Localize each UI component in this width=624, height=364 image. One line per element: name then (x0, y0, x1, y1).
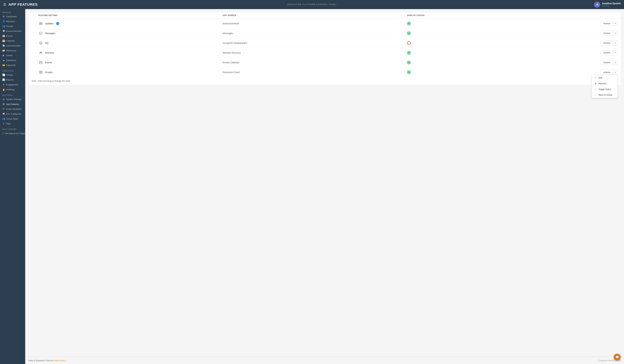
actions-btn-group: Actions▾ (600, 60, 618, 65)
dropdown-item-mark-as-home[interactable]: ⌂Mark As Home (592, 92, 617, 98)
col-actions (592, 14, 618, 17)
footer-help-link[interactable]: Help Center! (54, 359, 66, 362)
sidebar-icon: 📢 (2, 30, 5, 32)
sidebar-item-calendar[interactable]: 📆Calendar (0, 38, 25, 43)
actions-button[interactable]: Actions (601, 21, 613, 26)
svg-rect-8 (40, 62, 42, 64)
sidebar-item-tags[interactable]: #Tags (0, 121, 25, 126)
drag-handle[interactable]: ⋮⋮ (32, 22, 38, 25)
status-cell (407, 61, 592, 64)
sidebar: MANAGE⊞Dashboard👤Members👥Groups📢Announce… (0, 9, 25, 364)
svg-rect-12 (40, 71, 40, 72)
sidebar-icon: 📊 (2, 78, 5, 81)
actions-dropdown-arrow[interactable]: ▾ (613, 21, 617, 26)
status-cell (407, 70, 592, 74)
sidebar-item-label: Communication (6, 45, 21, 47)
actions-button[interactable]: Actions (601, 70, 613, 75)
app-screen-cell: Member Directory (223, 51, 407, 54)
feature-table: FEATURE SETTING APP SCREEN DISPLAY STATU… (28, 12, 621, 85)
actions-dropdown-arrow[interactable]: ▾ (613, 41, 617, 45)
sidebar-section-label: HELP CENTER (0, 126, 25, 131)
actions-dropdown-arrow[interactable]: ▾ (613, 60, 617, 65)
drag-handle[interactable]: ⋮⋮ (32, 41, 38, 45)
sidebar-section-label: ANALYTICS (0, 68, 25, 72)
status-icon (407, 70, 411, 74)
sidebar-item-group-types[interactable]: 👥Group Types (0, 116, 25, 121)
svg-rect-4 (40, 32, 42, 34)
actions-button[interactable]: Actions (601, 31, 613, 36)
sidebar-item-label: Dashboard (6, 15, 17, 18)
sidebar-item-label: Events (6, 35, 13, 37)
chat-bubble[interactable]: 💬 (614, 354, 621, 361)
sidebar-item-salesforce[interactable]: ☁Salesforce (0, 58, 25, 63)
sidebar-icon: 📅 (2, 35, 5, 37)
dropdown-item-edit[interactable]: ✏Edit (592, 75, 617, 81)
sidebar-item-app-features[interactable]: ⚙App Features (0, 102, 25, 107)
dropdown-item-label: Edit (598, 77, 602, 79)
feature-icon (38, 21, 43, 26)
actions-button[interactable]: Actions (601, 60, 613, 65)
sidebar-item-label: Heatmap (6, 88, 15, 91)
actions-button[interactable]: Actions (601, 50, 613, 55)
table-row: ⋮⋮Updates⌂AnnouncementsActions▾ (28, 19, 621, 28)
hamburger-icon[interactable]: ☰ (3, 3, 6, 6)
feature-name-cell: Events (38, 60, 223, 65)
drag-handle[interactable]: ⋮⋮ (32, 51, 38, 54)
sidebar-item-events[interactable]: 📅Events (0, 33, 25, 38)
sidebar-item-dashboard[interactable]: ⊞Dashboard (0, 14, 25, 19)
sidebar-item-label: Ann. Categories (6, 113, 21, 115)
sidebar-item-system-settings[interactable]: ⚙System Settings (0, 97, 25, 102)
sidebar-item-label: App Features (6, 103, 19, 105)
user-info: Jonathan Epstein Log Out (602, 2, 621, 7)
sidebar-icon: 📆 (2, 40, 5, 42)
feature-name-cell: Groups (38, 70, 223, 75)
app-screen-cell: Events Calendar (223, 61, 407, 64)
actions-dropdown-arrow[interactable]: ▾ (613, 31, 617, 36)
sidebar-icon: ♥ (2, 83, 5, 86)
dropdown-item-toggle-status[interactable]: ✓Toggle Status (592, 86, 617, 92)
sidebar-item-label: Activity (6, 74, 13, 76)
sidebar-item-announcements[interactable]: 📢Announcements (0, 29, 25, 33)
feature-name-cell: Directory (38, 50, 223, 55)
sidebar-item-resources[interactable]: 📂Resources (0, 48, 25, 53)
sidebar-item-communication[interactable]: 📡Communication (0, 43, 25, 48)
app-screen-cell: GroupFire Headquarters (223, 42, 407, 44)
feature-name-cell: Updates⌂ (38, 21, 223, 26)
sidebar-item-get-help-at-our-support-center[interactable]: ?Get help at our Support Center (0, 131, 25, 136)
user-area: JE Jonathan Epstein Log Out (594, 1, 621, 8)
actions-dropdown-menu: ✏Edit🗑Remove✓Toggle Status⌂Mark As Home (592, 75, 618, 98)
sidebar-item-engagement[interactable]: ♥Engagement (0, 82, 25, 87)
status-cell (407, 31, 592, 35)
sidebar-icon: ⊞ (2, 15, 5, 18)
sidebar-item-payments[interactable]: 💳Payments (0, 63, 25, 68)
status-cell (407, 41, 592, 45)
drag-handle[interactable]: ⋮⋮ (32, 71, 38, 74)
sidebar-item-label: Announcements (6, 30, 22, 32)
feature-name-text: Directory (45, 51, 54, 54)
sidebar-item-label: Get help at our Support Center (5, 132, 25, 135)
feature-icon (38, 70, 43, 75)
drag-handle[interactable]: ⋮⋮ (32, 32, 38, 35)
actions-dropdown-arrow[interactable]: ▾ (613, 50, 617, 55)
sidebar-item-label: Calendar (6, 40, 15, 42)
dropdown-item-remove[interactable]: 🗑Remove (592, 81, 617, 86)
actions-button[interactable]: Actions (601, 41, 613, 45)
actions-dropdown-arrow[interactable]: ▾ (613, 70, 617, 75)
logout-link[interactable]: Log Out (602, 5, 621, 7)
sidebar-item-members[interactable]: 👤Members (0, 19, 25, 24)
actions-cell: Actions▾ (592, 40, 618, 46)
sidebar-item-email-templates[interactable]: ✉Email Templates (0, 107, 25, 111)
sidebar-item-heatmap[interactable]: 🔥Heatmap (0, 87, 25, 92)
actions-btn-group: Actions▾ (600, 21, 618, 26)
svg-rect-14 (40, 72, 40, 73)
dropdown-item-label: Remove (598, 82, 606, 85)
sidebar-item-videos[interactable]: ▶Videos (0, 53, 25, 58)
sidebar-item-groups[interactable]: 👥Groups (0, 24, 25, 29)
sidebar-icon: 💳 (2, 64, 5, 67)
sidebar-item-ann.-categories[interactable]: 📢Ann. Categories (0, 111, 25, 116)
actions-btn-group: Actions▾ (600, 31, 618, 36)
dropdown-item-icon: ⌂ (594, 94, 597, 96)
sidebar-item-activity[interactable]: 📈Activity (0, 72, 25, 77)
drag-handle[interactable]: ⋮⋮ (32, 61, 38, 64)
sidebar-item-reports[interactable]: 📊Reports (0, 77, 25, 82)
